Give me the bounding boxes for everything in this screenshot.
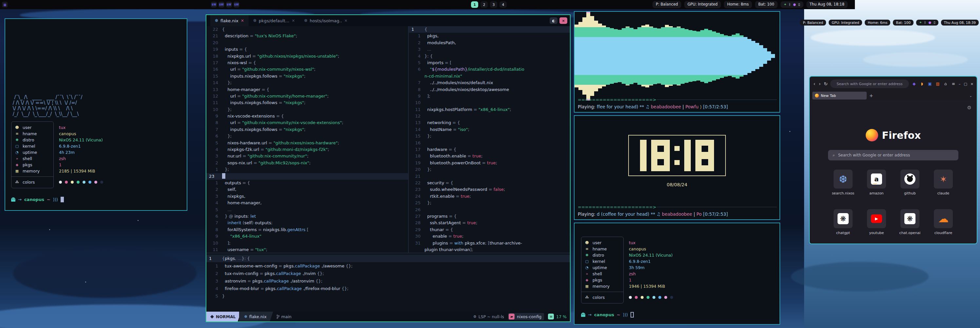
- shortcut-tile-chat-openai[interactable]: ❋chat.openai: [896, 209, 924, 235]
- fastfetch-values: tuxcanopusNixOS 24.11 (Vicuna)6.9.8-zen1…: [59, 122, 103, 185]
- maximize-button[interactable]: ▢: [964, 82, 967, 86]
- tray-icon[interactable]: $W: [211, 2, 217, 8]
- shortcut-tile-youtube[interactable]: ▶youtube: [862, 209, 891, 235]
- status-pill-1: GPU: Integrated: [829, 20, 862, 26]
- visualizer-bar: [610, 28, 614, 84]
- line-number: [409, 73, 425, 79]
- workspace-button-2[interactable]: 2: [480, 1, 488, 8]
- workspace-button-4[interactable]: 4: [500, 1, 507, 8]
- line-number: 9: [206, 233, 222, 239]
- line-number: 20: [409, 166, 425, 173]
- fetch-value: 6.9.8-zen1: [59, 143, 103, 149]
- visualizer-bar: [653, 28, 657, 84]
- github-icon: [904, 173, 915, 185]
- workspace-button-1[interactable]: 1: [471, 1, 478, 8]
- shortcut-tile-claude[interactable]: ✶claude: [929, 170, 958, 195]
- visualizer-bar: [657, 29, 661, 84]
- code-line: 1 tux-awesome-wm-config = pkgs.callPacka…: [206, 262, 570, 270]
- tab-new-tab[interactable]: New Tab: [812, 92, 867, 100]
- tab-label: flake.nix: [220, 18, 239, 23]
- code-line: 29 thunar = {: [409, 227, 570, 233]
- new-tab-button[interactable]: +: [869, 93, 873, 98]
- shortcut-tile-cloudflare[interactable]: ☁cloudflare: [929, 209, 958, 235]
- status-pill-2: Home: 6ms: [865, 20, 890, 26]
- line-number: 4: [206, 200, 222, 206]
- line-number: 6: [409, 66, 425, 73]
- extension-icon-purple[interactable]: ◆: [912, 81, 917, 86]
- minimize-button[interactable]: –: [959, 82, 961, 86]
- tab-close-icon[interactable]: ×: [241, 18, 244, 23]
- shortcut-tile-search-nixos[interactable]: ❆search.nixos: [829, 170, 857, 195]
- code-pane-iso-image[interactable]: 1{1 pkgs,2 modulesPath,3 ...4}: {5 impor…: [409, 26, 570, 253]
- visualizer-bar: [641, 25, 645, 86]
- workspace-button-3[interactable]: 3: [490, 1, 497, 8]
- menu-icon[interactable]: ≡: [951, 81, 956, 86]
- code-pane-flake-nix[interactable]: 22{21 description = "tux's NixOS Flake";…: [206, 26, 408, 253]
- line-number: 13: [206, 86, 222, 93]
- code-line: 19 inputs = {: [206, 46, 408, 53]
- nixos-icon: ❆: [839, 173, 847, 185]
- fetch-label: uptime: [592, 265, 607, 271]
- now-playing-mid: =====================>Playing: d (coffee…: [578, 204, 777, 217]
- visualizer-bar: [743, 37, 748, 75]
- line-number: 8: [409, 86, 425, 93]
- newtab-search-bar[interactable]: ⌕ Search with Google or enter address: [828, 150, 958, 160]
- forward-button[interactable]: ›: [819, 81, 821, 86]
- code-text: username = "tux";: [222, 247, 267, 253]
- fetch-label: user: [592, 239, 601, 246]
- code-line: 15 };: [409, 133, 570, 139]
- lsp-status: ⚙ LSP ~ null-ls: [473, 314, 504, 319]
- visualizer-bar: [748, 39, 751, 73]
- launcher-icon[interactable]: ▦: [2, 2, 8, 8]
- line-number: 27: [409, 213, 425, 220]
- reload-button[interactable]: ↻: [824, 81, 828, 86]
- tray-icon[interactable]: $W: [234, 2, 239, 8]
- code-text: {pkgs, ...}: {: [222, 255, 250, 262]
- back-button[interactable]: ‹: [813, 81, 816, 86]
- shortcut-tile-github[interactable]: github: [896, 170, 924, 195]
- close-button[interactable]: ×: [970, 82, 974, 86]
- code-text: description = "tux's NixOS Flake";: [222, 33, 297, 39]
- fastfetch-info-box: ☻user≡hname❋distro▢kernel◔uptime»shell◈p…: [581, 237, 624, 303]
- fetch-label: memory: [22, 168, 40, 174]
- editor-tab-pkgs-default-[interactable]: ❆pkgs/default...×: [248, 15, 299, 26]
- volume-icon: ●: [793, 3, 796, 6]
- line-number: 2: [206, 270, 222, 277]
- code-line: 18 nixpkgs.url = "github:nixos/nixpkgs/n…: [206, 53, 408, 60]
- code-pane-pkgs-default[interactable]: 1{pkgs, ...}: {1 tux-awesome-wm-config =…: [206, 254, 570, 313]
- extension-icon-blue[interactable]: ▣: [927, 81, 932, 86]
- shortcut-tile-chatgpt[interactable]: ❋chatgpt: [829, 209, 857, 235]
- color-dot: [100, 181, 103, 184]
- code-text: ../../modules/nixos/default.nix: [425, 79, 493, 86]
- personalize-gear-icon[interactable]: ⚙: [967, 105, 972, 111]
- code-line: 5 ...: [206, 206, 408, 213]
- code-line: 16: [409, 140, 570, 146]
- tab-close-icon[interactable]: ×: [291, 18, 295, 23]
- buffer-close-button[interactable]: ×: [560, 17, 567, 24]
- workspace-switcher: 1234: [471, 1, 507, 8]
- editor-tab-hosts-isoImag-[interactable]: ❆hosts/isoImag..×: [299, 15, 352, 26]
- code-line: 9 ];: [409, 93, 570, 100]
- visualizer-bar: [712, 32, 716, 81]
- progress-icon: ≡: [548, 314, 554, 320]
- distro-icon: ❋: [15, 137, 19, 143]
- buffer-toggle-button[interactable]: ◐: [550, 17, 557, 24]
- urlbar[interactable]: Search with Google or enter address: [830, 79, 909, 88]
- extension-icon-flame[interactable]: ▨: [935, 81, 940, 86]
- code-line: 23 sudo.wheelNeedsPassword = false;: [409, 186, 570, 193]
- extension-icon-orange[interactable]: ◗: [920, 81, 924, 86]
- status-icons: ✦ᛒ●▯: [781, 1, 803, 8]
- clock-pill: Thu Aug 08, 18:39: [941, 20, 979, 26]
- tray-icon[interactable]: $W: [218, 2, 224, 8]
- color-dot: [71, 181, 74, 184]
- packages-icon: ◈: [15, 162, 19, 168]
- code-text: astronvim = pkgs.callPackage ./astronvim…: [222, 277, 322, 285]
- sidebar-icon[interactable]: ⌂: [943, 81, 948, 86]
- shortcut-tile-amazon[interactable]: a‿amazon: [862, 170, 891, 195]
- line-number: 3: [409, 46, 425, 53]
- editor-tab-flake-nix[interactable]: ❆flake.nix×: [210, 15, 248, 26]
- tray-icon[interactable]: $W: [226, 2, 232, 8]
- tab-close-icon[interactable]: ×: [344, 18, 347, 23]
- uptime-icon-row: ◔uptime: [15, 149, 50, 155]
- list-tabs-chevron[interactable]: ⌄: [969, 94, 974, 98]
